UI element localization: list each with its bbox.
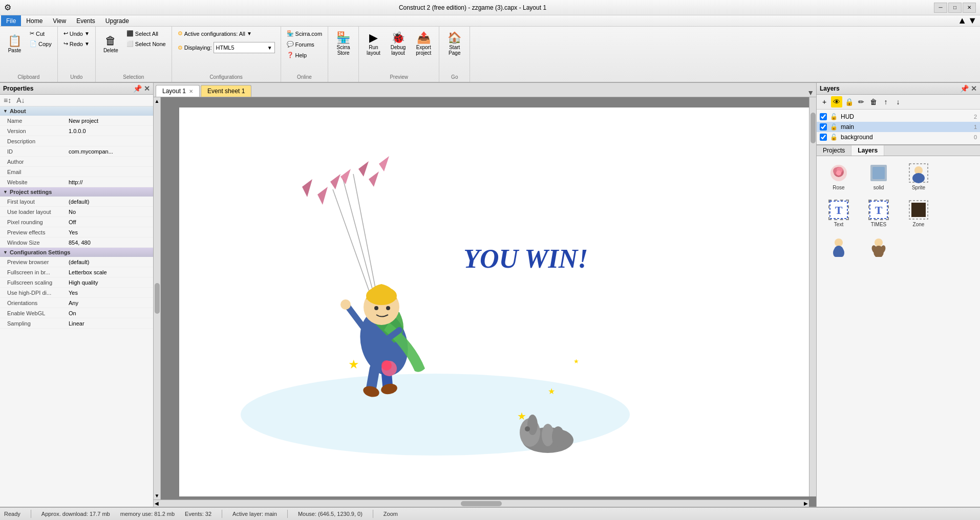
hscroll-left-arrow[interactable]: ◀	[155, 501, 159, 506]
about-section-header[interactable]: ▼ About	[0, 106, 153, 116]
obj-char2[interactable]	[861, 234, 897, 261]
store-large-btn[interactable]: 🏪 ScirraStore	[332, 29, 355, 59]
tab-layers[interactable]: Layers	[851, 145, 884, 156]
obj-rose-label: Rose	[833, 185, 844, 190]
layer-main-checkbox[interactable]	[820, 123, 827, 131]
menu-file[interactable]: File	[1, 15, 21, 26]
forums-btn[interactable]: 💬 Forums	[284, 39, 317, 49]
properties-pin-icon[interactable]: 📌	[133, 84, 142, 93]
displaying-combo[interactable]: ⚙ Displaying: HTML5 ▼	[175, 40, 278, 55]
help-btn[interactable]: ❓ Help	[284, 50, 310, 60]
menu-view[interactable]: View	[48, 15, 71, 26]
copy-btn[interactable]: 📄 Copy	[27, 39, 54, 49]
status-active-layer: Active layer: main	[232, 511, 277, 517]
menu-upgrade[interactable]: Upgrade	[100, 15, 134, 26]
maximize-btn[interactable]: □	[948, 3, 962, 13]
prop-window-size-val[interactable]: 854, 480	[69, 240, 150, 246]
prop-description-key: Description	[7, 138, 69, 144]
obj-text[interactable]: T Text	[821, 197, 857, 230]
close-btn[interactable]: ✕	[963, 3, 976, 13]
canvas-hscroll-thumb[interactable]	[461, 501, 502, 506]
tab-dropdown-arrow[interactable]: ▼	[807, 89, 814, 97]
prop-preview-browser-val[interactable]: (default)	[69, 259, 150, 265]
layer-background-row[interactable]: 🔓 background 0	[817, 132, 980, 142]
paste-btn[interactable]: 📋 Paste	[3, 29, 26, 59]
prop-version-val[interactable]: 1.0.0.0	[69, 128, 150, 134]
properties-close-icon[interactable]: ✕	[144, 84, 150, 93]
obj-char1[interactable]	[821, 234, 857, 261]
prop-webgl-val[interactable]: On	[69, 310, 150, 316]
prop-fullscreen-scaling-val[interactable]: High quality	[69, 279, 150, 286]
canvas-scrollbar-h[interactable]: ◀ ▶	[154, 500, 809, 507]
props-sort-category-btn[interactable]: ≡↕	[2, 96, 13, 105]
select-all-btn[interactable]: ⬛ Select All	[124, 29, 168, 38]
scroll-down-arrow[interactable]: ▼	[155, 493, 160, 499]
layers-pin-icon[interactable]: 📌	[960, 84, 969, 93]
layer-hud-row[interactable]: 🔓 HUD 2	[817, 112, 980, 122]
config-settings-section-header[interactable]: ▼ Configuration Settings	[0, 248, 153, 257]
debug-layout-btn[interactable]: 🐞 Debuglayout	[386, 29, 410, 59]
canvas-vscroll-thumb[interactable]	[811, 113, 816, 143]
obj-solid[interactable]: solid	[861, 160, 897, 193]
menu-home[interactable]: Home	[21, 15, 48, 26]
layer-hud-checkbox[interactable]	[820, 113, 827, 120]
tab-event-sheet1[interactable]: Event sheet 1	[201, 85, 251, 97]
obj-rose[interactable]: Rose	[821, 160, 857, 193]
layer-visibility-btn[interactable]: 👁	[831, 96, 842, 107]
props-toolbar: ≡↕ A↓	[0, 95, 153, 106]
layer-edit-btn[interactable]: ✏	[856, 96, 867, 107]
layer-lock-btn[interactable]: 🔒	[843, 96, 855, 107]
export-project-btn[interactable]: 📤 Exportproject	[411, 29, 436, 59]
ribbon-expand-btn[interactable]: ▼	[968, 15, 977, 26]
layout-canvas[interactable]: YOU WIN!	[179, 107, 811, 496]
ribbon-collapse-btn[interactable]: ▲	[957, 15, 967, 26]
select-none-icon: ⬜	[126, 40, 134, 47]
layers-close-icon[interactable]: ✕	[971, 84, 977, 93]
tab-layout1-label: Layout 1	[162, 88, 186, 95]
prop-preview-effects-val[interactable]: Yes	[69, 229, 150, 235]
prop-pixel-rounding-val[interactable]: Off	[69, 219, 150, 225]
hscroll-right-arrow[interactable]: ▶	[804, 501, 808, 506]
undo-btn[interactable]: ↩ Undo ▼	[61, 29, 92, 38]
active-config-btn[interactable]: ⚙ Active configurations: All ▼	[175, 29, 254, 38]
prop-orientations-val[interactable]: Any	[69, 300, 150, 306]
html5-combo[interactable]: HTML5 ▼	[214, 42, 275, 53]
redo-btn[interactable]: ↪ Redo ▼	[61, 39, 92, 49]
cut-btn[interactable]: ✂ Cut	[27, 29, 54, 38]
minimize-btn[interactable]: ─	[934, 3, 947, 13]
menu-events[interactable]: Events	[71, 15, 100, 26]
tab-projects[interactable]: Projects	[817, 145, 851, 156]
run-layout-btn[interactable]: ▶ Runlayout	[362, 29, 385, 59]
canvas-scrollbar-v[interactable]	[809, 97, 816, 496]
prop-fullscreen-br-val[interactable]: Letterbox scale	[69, 269, 150, 275]
scirra-store-btn[interactable]: 🏪 Scirra.com	[284, 29, 325, 38]
canvas-area[interactable]: ▲ ▼ YOU WIN!	[154, 97, 816, 507]
vertical-scroll-thumb[interactable]	[155, 283, 160, 314]
prop-website-val[interactable]: http://	[69, 179, 150, 185]
props-content: ▼ About Name New project Version 1.0.0.0…	[0, 106, 153, 507]
layer-background-checkbox[interactable]	[820, 134, 827, 141]
prop-id-val[interactable]: com.mycompan...	[69, 148, 150, 155]
prop-name-val[interactable]: New project	[69, 118, 150, 124]
project-settings-section-header[interactable]: ▼ Project settings	[0, 187, 153, 197]
layer-move-down-btn[interactable]: ↓	[892, 96, 904, 107]
prop-use-loader-val[interactable]: No	[69, 209, 150, 215]
obj-zone[interactable]: Zone	[901, 197, 936, 230]
prop-sampling-val[interactable]: Linear	[69, 320, 150, 327]
obj-sprite[interactable]: Sprite	[901, 160, 936, 193]
tab-layout1-close[interactable]: ✕	[189, 89, 193, 94]
select-none-btn[interactable]: ⬜ Select None	[124, 39, 168, 49]
tab-layout1[interactable]: Layout 1 ✕	[156, 85, 200, 97]
delete-btn[interactable]: 🗑 Delete	[99, 29, 123, 59]
canvas-left-scroll[interactable]: ▲ ▼	[154, 97, 161, 500]
layer-move-up-btn[interactable]: ↑	[880, 96, 891, 107]
layer-main-row[interactable]: 🔓 main 1	[817, 122, 980, 132]
layer-add-btn[interactable]: +	[819, 96, 830, 107]
start-page-btn[interactable]: 🏠 StartPage	[443, 29, 466, 59]
prop-hidpi-val[interactable]: Yes	[69, 290, 150, 296]
prop-first-layout-val[interactable]: (default)	[69, 199, 150, 205]
scroll-up-arrow[interactable]: ▲	[155, 98, 160, 104]
obj-times[interactable]: T TIMES	[861, 197, 897, 230]
props-sort-alpha-btn[interactable]: A↓	[15, 96, 26, 105]
layer-delete-btn[interactable]: 🗑	[868, 96, 879, 107]
